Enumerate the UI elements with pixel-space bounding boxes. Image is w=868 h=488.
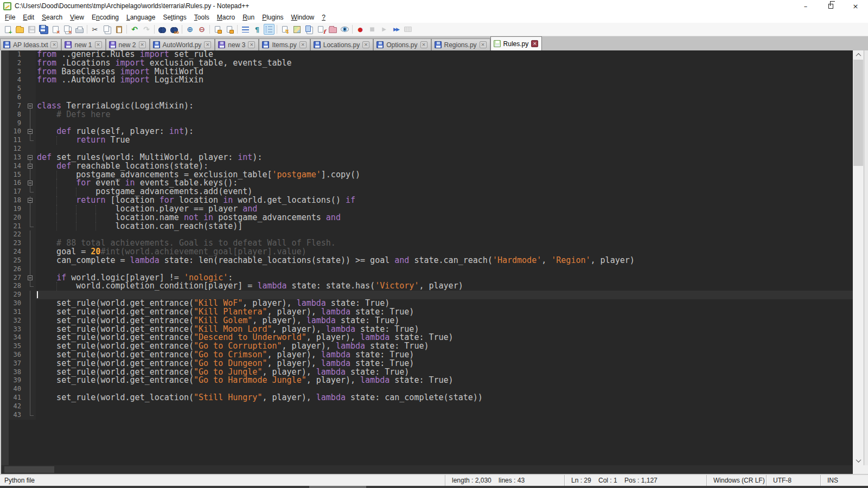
toolbar-separator — [277, 25, 277, 34]
menu-view[interactable]: View — [66, 12, 88, 22]
status-insert-mode[interactable]: INS — [820, 475, 868, 486]
tab-new-1[interactable]: new 1× — [61, 38, 105, 50]
line-text: set_rule(world.get_entrance("Go to Hardm… — [36, 376, 853, 385]
fold-marker[interactable] — [25, 274, 36, 282]
tab-regions-py[interactable]: Regions.py× — [431, 38, 490, 50]
sync-horizontal-icon[interactable] — [224, 24, 235, 35]
close-tab-icon[interactable]: × — [139, 41, 146, 48]
close-tab-icon[interactable]: × — [204, 41, 211, 48]
close-tab-icon[interactable]: × — [299, 41, 307, 48]
tab-new-2[interactable]: new 2× — [106, 38, 150, 50]
menu-search[interactable]: Search — [38, 12, 66, 22]
word-wrap-icon[interactable] — [240, 24, 251, 35]
show-all-characters-icon[interactable]: ¶ — [252, 24, 263, 35]
vertical-scrollbar[interactable] — [853, 50, 864, 465]
copy-icon[interactable] — [101, 24, 112, 35]
horizontal-scrollbar-thumb[interactable] — [4, 466, 54, 473]
zoom-in-icon[interactable]: ⊕ — [184, 24, 195, 35]
tab-locations-py[interactable]: Locations.py× — [310, 38, 373, 50]
scroll-down-arrow-icon[interactable] — [853, 456, 864, 465]
close-button[interactable]: × — [843, 0, 868, 12]
line-number: 28 — [9, 282, 25, 291]
show-indent-guide-icon[interactable] — [264, 24, 275, 35]
close-icon[interactable]: × — [50, 24, 61, 35]
tab-new-3[interactable]: new 3× — [215, 38, 259, 50]
menu-window[interactable]: Window — [288, 12, 318, 22]
replace-icon[interactable]: ab — [169, 24, 180, 35]
macro-save-icon[interactable] — [403, 24, 413, 35]
menu-tools[interactable]: Tools — [190, 12, 213, 22]
undo-icon[interactable]: ↶ — [129, 24, 140, 35]
macro-run-multiple-icon[interactable]: ▶▶ — [391, 24, 401, 35]
tab-items-py[interactable]: Items.py× — [259, 38, 310, 50]
status-eol-format[interactable]: Windows (CR LF) — [706, 475, 766, 486]
new-file-icon[interactable]: + — [2, 24, 13, 35]
line-number: 1 — [9, 50, 25, 59]
redo-icon[interactable]: ↷ — [141, 24, 152, 35]
menu-edit[interactable]: Edit — [19, 12, 38, 22]
tab-autoworld-py[interactable]: AutoWorld.py× — [150, 38, 215, 50]
folder-as-workspace-icon[interactable] — [327, 24, 338, 35]
menu-encoding[interactable]: Encoding — [88, 12, 123, 22]
close-tab-icon[interactable]: × — [95, 41, 102, 48]
macro-record-icon[interactable]: ● — [355, 24, 366, 35]
macro-stop-icon[interactable]: ■ — [367, 24, 378, 35]
minimize-button[interactable]: – — [793, 0, 818, 12]
close-all-icon[interactable]: × — [62, 24, 73, 35]
tab-rules-py[interactable]: Rules.py× — [490, 36, 542, 50]
fold-marker[interactable] — [25, 179, 36, 188]
line-number: 36 — [9, 351, 25, 359]
define-language-icon[interactable]: ↯ — [279, 24, 290, 35]
close-tab-icon[interactable]: × — [480, 41, 487, 48]
find-icon[interactable] — [157, 24, 168, 35]
restore-button[interactable] — [818, 0, 843, 12]
function-list-icon[interactable]: f — [315, 24, 326, 35]
line-number: 25 — [9, 256, 25, 265]
macro-playback-icon[interactable]: ▶ — [379, 24, 390, 35]
cut-icon[interactable]: ✂ — [90, 24, 100, 35]
document-list-icon[interactable] — [303, 24, 314, 35]
save-all-icon[interactable] — [38, 24, 49, 35]
fold-marker[interactable] — [25, 162, 36, 171]
line-number: 23 — [9, 239, 25, 248]
paste-icon[interactable] — [113, 24, 124, 35]
close-tab-icon[interactable]: × — [362, 41, 369, 48]
document-map-icon[interactable] — [291, 24, 302, 35]
close-tab-icon[interactable]: × — [531, 40, 538, 47]
code-editor[interactable]: 1from ..generic.Rules import set_rule2fr… — [0, 50, 868, 465]
menu-language[interactable]: Language — [123, 12, 159, 22]
menu-help[interactable]: ? — [318, 12, 329, 22]
menu-macro[interactable]: Macro — [213, 12, 239, 22]
fold-marker[interactable] — [25, 127, 36, 136]
tab-label: Regions.py — [444, 41, 477, 49]
monitoring-icon[interactable] — [339, 24, 350, 35]
bookmark-margin[interactable] — [1, 50, 9, 465]
close-tab-icon[interactable]: × — [50, 41, 58, 48]
menu-plugins[interactable]: Plugins — [258, 12, 287, 22]
scroll-up-arrow-icon[interactable] — [853, 50, 864, 60]
zoom-out-icon[interactable]: ⊖ — [196, 24, 207, 35]
vertical-scrollbar-thumb[interactable] — [853, 60, 863, 166]
tab-label: AutoWorld.py — [163, 41, 202, 49]
close-tab-icon[interactable]: × — [248, 41, 255, 48]
tab-options-py[interactable]: Options.py× — [373, 38, 431, 50]
open-file-icon[interactable] — [14, 24, 25, 35]
menu-file[interactable]: File — [1, 12, 19, 22]
line-number: 27 — [9, 274, 25, 282]
print-icon[interactable] — [74, 24, 85, 35]
menu-settings[interactable]: Settings — [159, 12, 190, 22]
save-icon[interactable] — [26, 24, 37, 35]
code-lines[interactable]: 1from ..generic.Rules import set_rule2fr… — [9, 50, 853, 465]
fold-marker[interactable] — [25, 153, 36, 162]
window-right-border — [864, 50, 868, 465]
fold-marker[interactable] — [25, 196, 36, 205]
close-tab-icon[interactable]: × — [420, 41, 427, 48]
tab-ap-ideas-txt[interactable]: AP Ideas.txt× — [0, 38, 61, 50]
horizontal-scrollbar[interactable] — [0, 465, 853, 474]
code-line: 39 set_rule(world.get_entrance("Go to Ha… — [9, 376, 853, 385]
menu-run[interactable]: Run — [239, 12, 258, 22]
status-encoding[interactable]: UTF-8 — [766, 475, 820, 486]
tab-label: new 2 — [119, 41, 136, 49]
fold-marker[interactable] — [25, 102, 36, 111]
sync-vertical-icon[interactable] — [212, 24, 223, 35]
